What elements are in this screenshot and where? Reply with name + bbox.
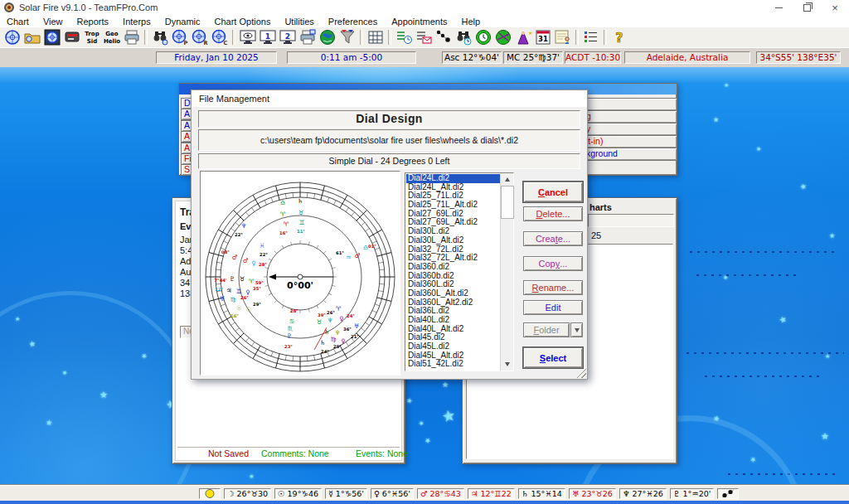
menu-dynamic[interactable]: Dynamic xyxy=(165,17,201,27)
instant-chart-icon[interactable] xyxy=(62,28,82,46)
file-item[interactable]: Dial51_42L.di2 xyxy=(406,360,500,369)
sun-glyph-icon: ☉ xyxy=(278,489,285,498)
menu-interps[interactable]: Interps xyxy=(123,17,151,27)
location[interactable]: Adelaide, Australia xyxy=(624,51,750,64)
rename-button[interactable]: Rename... xyxy=(523,280,583,295)
ascendant[interactable]: Asc 12°♑04' xyxy=(442,51,502,64)
delete-button[interactable]: Delete... xyxy=(523,206,583,221)
progressed-chart-icon[interactable]: P xyxy=(170,28,190,46)
svg-text:21°: 21° xyxy=(351,334,359,339)
moon-glyph-icon: ☽ xyxy=(227,489,235,498)
chart-date[interactable]: Friday, Jan 10 2025 xyxy=(156,51,277,64)
view-chart-1-icon[interactable]: 1 xyxy=(258,28,278,46)
chart-wizard-icon[interactable]: ★ xyxy=(513,28,533,46)
scrollbar[interactable] xyxy=(500,173,513,371)
open-chart-icon[interactable] xyxy=(22,28,42,46)
aspect-grid-icon[interactable] xyxy=(366,28,386,46)
menu-chart-options[interactable]: Chart Options xyxy=(215,17,271,27)
planet-sequence-icon[interactable] xyxy=(434,28,454,46)
menu-chart[interactable]: Chart xyxy=(7,17,29,27)
menu-appointments[interactable]: Appointments xyxy=(391,17,447,27)
dialog-titlebar[interactable]: File Management xyxy=(192,90,587,107)
jupiter-position: ♃ 12°♊22 xyxy=(468,488,515,499)
moon-position: ☽ 26°♉30 xyxy=(224,488,271,499)
astro-locality-icon[interactable] xyxy=(493,28,513,46)
folder-button[interactable]: Folder xyxy=(523,322,570,337)
find-chart-icon[interactable] xyxy=(150,28,170,46)
menu-help[interactable]: Help xyxy=(461,17,480,27)
file-item[interactable]: Dial360.di2 xyxy=(406,263,500,272)
folder-dropdown-icon[interactable] xyxy=(570,322,583,337)
mars-glyph-icon: ♂ xyxy=(420,489,428,498)
return-chart-icon[interactable]: R xyxy=(190,28,210,46)
new-chart-icon[interactable] xyxy=(2,28,22,46)
search-events-icon[interactable] xyxy=(454,28,473,46)
menu-utilities[interactable]: Utilities xyxy=(284,17,313,27)
background-button-right[interactable] xyxy=(584,98,677,111)
svg-text:♍: ♍ xyxy=(331,336,337,343)
svg-text:26°: 26° xyxy=(240,295,249,300)
calendar-icon[interactable]: 31 xyxy=(533,28,553,46)
view-chart-icon[interactable] xyxy=(238,28,258,46)
close-button[interactable]: × xyxy=(821,0,849,15)
pluto-position: ♇ 1°♒20' xyxy=(670,488,715,499)
toolbar-separator xyxy=(144,30,148,45)
background-button-right[interactable]: lt-in) xyxy=(584,135,677,148)
copy-button[interactable]: Copy... xyxy=(523,256,583,271)
svg-text:♅: ♅ xyxy=(354,322,360,330)
dotted-line-decoration xyxy=(705,376,821,377)
timezone[interactable]: ACDT -10:30 xyxy=(565,51,621,64)
cancel-button[interactable]: Cancel xyxy=(523,182,583,202)
appointments-icon[interactable] xyxy=(553,28,573,46)
menu-preferences[interactable]: Preferences xyxy=(328,17,377,27)
chart-filter-icon[interactable] xyxy=(337,28,357,46)
geo-helio-icon[interactable]: GeoHelio xyxy=(102,28,122,46)
coordinates[interactable]: 34°S55' 138°E35' xyxy=(756,51,841,64)
scroll-thumb[interactable] xyxy=(501,186,514,219)
chart-export-icon[interactable] xyxy=(414,28,434,46)
menu-reports[interactable]: Reports xyxy=(77,17,109,27)
midheaven[interactable]: MC 25°♍37' xyxy=(503,51,563,64)
svg-text:♒: ♒ xyxy=(346,254,352,261)
help-icon[interactable]: ? xyxy=(609,28,629,46)
menubar: ChartViewReportsInterpsDynamicChart Opti… xyxy=(0,15,849,27)
interpretations-icon[interactable] xyxy=(581,28,601,46)
background-button-right[interactable]: y xyxy=(584,123,677,136)
svg-text:1: 1 xyxy=(265,32,270,41)
menu-view[interactable]: View xyxy=(43,17,63,27)
edit-button[interactable]: Edit xyxy=(523,300,583,315)
scroll-down-icon[interactable] xyxy=(501,358,513,371)
background-button-right[interactable]: g xyxy=(584,110,677,124)
minimize-button[interactable] xyxy=(764,0,793,15)
svg-text:♊: ♊ xyxy=(299,219,305,226)
view-chart-2-icon[interactable]: 2 xyxy=(278,28,298,46)
scroll-up-icon[interactable] xyxy=(501,173,513,186)
svg-text:♄: ♄ xyxy=(298,197,303,205)
chart-time[interactable]: 0:11 am -5:00 xyxy=(287,51,416,64)
dial-preview: ♎♄♈♉♈♊16°11°♆22°♓22°08°♂♂♀28°7°44'♇♉♈59°… xyxy=(200,171,400,376)
window-title: Solar Fire v9.1.0 - TeamFPro.Com xyxy=(19,2,158,12)
tropical-sidereal-icon[interactable]: TropSid xyxy=(82,28,102,46)
wallpaper-arc xyxy=(0,291,199,485)
world-map-icon[interactable] xyxy=(318,28,337,46)
chart-file-icon[interactable] xyxy=(42,28,62,46)
desktop-wallpaper: ★★★★★★★★★★★★★★★★★★★★★★★★★★ DAAAAFiSgylt-… xyxy=(0,67,849,485)
print-chart-icon[interactable] xyxy=(122,28,142,46)
file-item[interactable]: Dial30L_Alt.di2 xyxy=(406,236,500,245)
create-button[interactable]: Create... xyxy=(523,231,583,246)
svg-text:28°: 28° xyxy=(259,262,267,267)
resize-grip[interactable] xyxy=(575,367,586,378)
dotted-line-decoration xyxy=(686,352,844,354)
composite-chart-icon[interactable]: C xyxy=(210,28,230,46)
time-report-icon[interactable] xyxy=(394,28,414,46)
background-button-right[interactable]: kground xyxy=(584,148,677,161)
svg-text:♓: ♓ xyxy=(260,242,265,250)
select-button[interactable]: Select xyxy=(523,347,583,368)
current-time-chart-icon[interactable] xyxy=(473,28,493,46)
svg-text:♈: ♈ xyxy=(280,211,286,218)
restore-button[interactable] xyxy=(793,0,821,15)
svg-text:♀: ♀ xyxy=(341,337,346,345)
page-setup-icon[interactable] xyxy=(298,28,318,46)
eclipse-icon xyxy=(717,488,739,499)
charts-list-item[interactable]: 25 xyxy=(591,230,601,240)
